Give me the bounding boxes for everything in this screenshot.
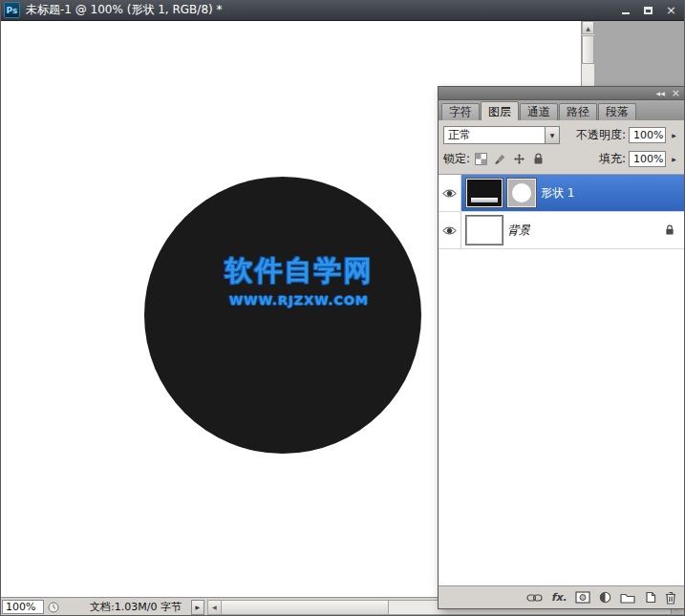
opacity-slider-arrow-icon[interactable]: ▶: [669, 132, 679, 138]
blend-mode-select[interactable]: 正常 ▼: [443, 126, 560, 144]
panel-tabs: 字符 图层 通道 路径 段落: [439, 100, 684, 120]
background-layer[interactable]: 背景: [461, 212, 684, 248]
brush-icon: [494, 153, 506, 165]
minimize-button[interactable]: [615, 3, 635, 18]
eye-icon: [442, 225, 457, 236]
close-button[interactable]: ×: [661, 3, 681, 18]
zoom-level-field[interactable]: 100%: [2, 600, 44, 614]
tab-channels[interactable]: 通道: [520, 103, 558, 120]
link-layers-button[interactable]: [526, 590, 543, 605]
watermark-title: 软件自学网: [156, 252, 442, 290]
tab-paragraph[interactable]: 段落: [598, 103, 636, 120]
layer-fill-thumbnail[interactable]: [466, 179, 503, 207]
fill-slider-arrow-icon[interactable]: ▶: [669, 156, 679, 162]
maximize-button[interactable]: [638, 3, 658, 18]
vector-mask-thumbnail[interactable]: [507, 179, 536, 207]
opacity-label: 不透明度:: [576, 127, 626, 143]
new-adjustment-layer-button[interactable]: [599, 590, 611, 605]
selected-layer[interactable]: 形状 1: [461, 175, 684, 211]
layer-name[interactable]: 形状 1: [541, 185, 574, 202]
layer-style-button[interactable]: fx.: [551, 590, 567, 605]
watermark-url: WWW.RJZXW.COM: [156, 293, 442, 308]
padlock-icon: [665, 224, 674, 236]
layer-locked-indicator: [665, 224, 674, 236]
blend-mode-value: 正常: [444, 127, 545, 143]
trash-icon: [665, 591, 676, 605]
lock-transparent-pixels-button[interactable]: [473, 152, 489, 166]
move-icon: [513, 153, 525, 165]
opacity-field[interactable]: 100%: [629, 127, 666, 143]
tab-character[interactable]: 字符: [441, 103, 480, 120]
horizontal-scrollbar-thumb[interactable]: [222, 601, 389, 614]
black-circle-shape: [144, 177, 421, 454]
document-size-info: 文档:1.03M/0 字节: [90, 600, 182, 614]
vertical-scrollbar-thumb[interactable]: [582, 35, 594, 64]
panel-close-icon[interactable]: ×: [672, 88, 680, 98]
minimize-icon: [622, 12, 630, 14]
new-group-button[interactable]: [620, 590, 635, 605]
layer-visibility-toggle[interactable]: [439, 212, 461, 248]
layer-name[interactable]: 背景: [507, 223, 530, 239]
layer-row-shape1[interactable]: 形状 1: [439, 175, 684, 212]
folder-icon: [620, 592, 635, 604]
delete-layer-button[interactable]: [665, 590, 676, 605]
tab-paths[interactable]: 路径: [559, 103, 597, 120]
window-controls: ×: [615, 3, 681, 18]
lock-label: 锁定:: [443, 151, 470, 167]
fx-icon: fx.: [551, 592, 567, 603]
fill-label: 填充:: [599, 151, 626, 167]
layer-list-empty-area[interactable]: [439, 249, 684, 585]
layer-visibility-toggle[interactable]: [439, 175, 461, 211]
checkerboard-icon: [475, 153, 487, 165]
panel-header[interactable]: ◀◀ ×: [439, 87, 684, 100]
layer-list: 形状 1 背景: [439, 175, 684, 585]
layers-panel: ◀◀ × 字符 图层 通道 路径 段落 正常 ▼ 不透明度: 100% ▶ 锁定…: [438, 86, 685, 609]
panel-bottom-toolbar: fx.: [439, 585, 684, 608]
link-icon: [526, 593, 543, 603]
eye-icon: [442, 188, 457, 199]
layer-row-background[interactable]: 背景: [439, 212, 684, 249]
add-layer-mask-button[interactable]: [575, 590, 590, 605]
layer-options: 正常 ▼ 不透明度: 100% ▶ 锁定:: [439, 120, 684, 175]
scroll-left-button[interactable]: ◀: [208, 601, 222, 614]
new-layer-icon: [644, 591, 656, 604]
padlock-icon: [533, 153, 544, 165]
chevron-down-icon[interactable]: ▼: [545, 127, 559, 143]
layer-mask-icon: [575, 591, 590, 604]
layer-thumbnail[interactable]: [466, 216, 503, 244]
window-title: 未标题-1 @ 100% (形状 1, RGB/8) *: [26, 2, 610, 18]
title-bar: Ps 未标题-1 @ 100% (形状 1, RGB/8) * ×: [0, 0, 685, 21]
lock-all-button[interactable]: [530, 152, 546, 166]
adjustment-layer-icon: [599, 591, 611, 604]
photoshop-app-icon: Ps: [4, 2, 20, 18]
lock-image-pixels-button[interactable]: [492, 152, 508, 166]
collapse-to-icons-icon[interactable]: ◀◀: [656, 90, 665, 96]
new-layer-button[interactable]: [644, 590, 656, 605]
status-menu-button[interactable]: ▶: [191, 600, 204, 615]
scroll-up-button[interactable]: ▲: [582, 21, 594, 34]
maximize-icon: [644, 7, 653, 14]
tab-layers[interactable]: 图层: [481, 101, 519, 120]
lock-position-button[interactable]: [511, 152, 527, 166]
timer-icon: [48, 602, 59, 613]
watermark: 软件自学网 WWW.RJZXW.COM: [156, 252, 442, 308]
fill-field[interactable]: 100%: [629, 151, 666, 167]
